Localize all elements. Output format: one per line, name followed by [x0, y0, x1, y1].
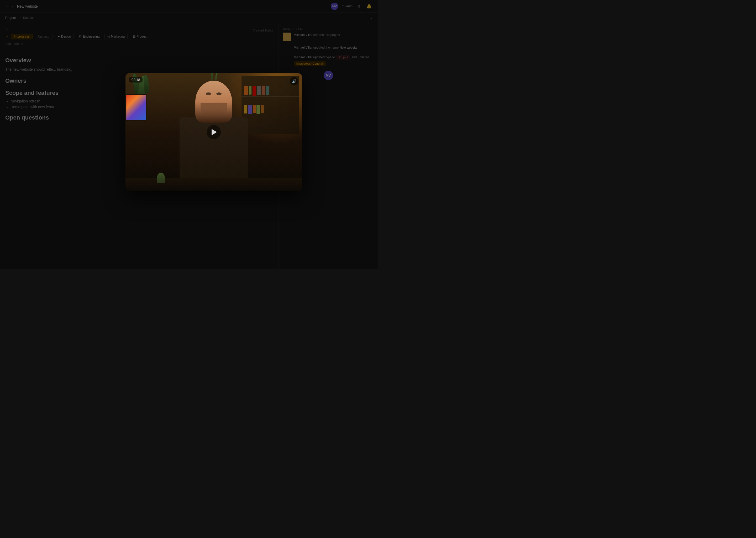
video-timestamp: 02:48: [129, 77, 143, 82]
video-background: 02:48 🔊: [125, 73, 302, 191]
video-play-button[interactable]: [207, 125, 221, 139]
video-player: 02:48 🔊: [125, 73, 302, 191]
play-icon: [212, 129, 217, 135]
video-volume-button[interactable]: 🔊: [290, 77, 298, 85]
